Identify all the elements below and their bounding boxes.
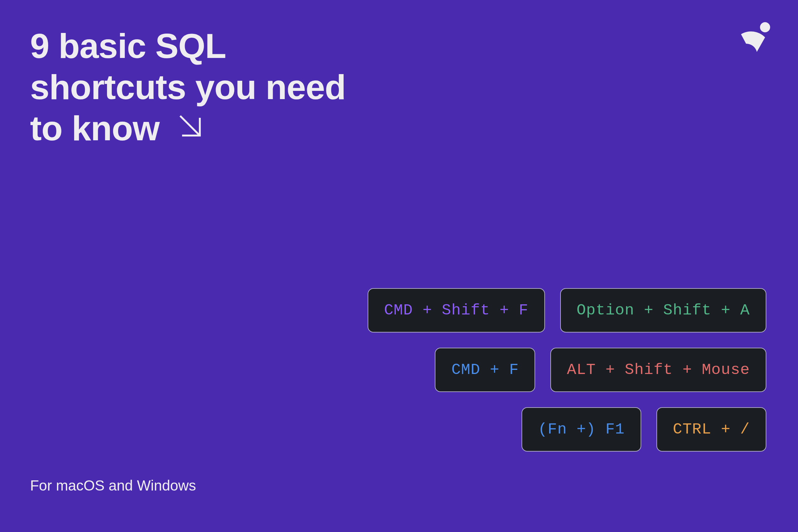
shortcut-row-2: CMD + F ALT + Shift + Mouse [435, 348, 766, 392]
shortcut-chip-alt-shift-mouse: ALT + Shift + Mouse [550, 348, 766, 392]
shortcuts-grid: CMD + Shift + F Option + Shift + A CMD +… [368, 288, 766, 452]
shortcut-chip-option-shift-a: Option + Shift + A [560, 288, 766, 332]
shortcut-chip-fn-f1: (Fn +) F1 [521, 407, 641, 452]
shortcut-chip-cmd-f: CMD + F [435, 348, 535, 392]
arrow-down-right-icon [176, 108, 205, 149]
title-line-2: shortcuts you need [30, 68, 346, 107]
svg-line-0 [180, 116, 200, 135]
shortcut-row-3: (Fn +) F1 CTRL + / [521, 407, 766, 452]
shortcut-row-1: CMD + Shift + F Option + Shift + A [368, 288, 766, 332]
svg-point-1 [760, 22, 770, 32]
brand-logo-icon [735, 21, 773, 61]
page-title: 9 basic SQL shortcuts you need to know [30, 25, 346, 151]
shortcut-chip-cmd-shift-f: CMD + Shift + F [368, 288, 545, 332]
shortcut-chip-ctrl-slash: CTRL + / [657, 407, 766, 452]
subtitle-text: For macOS and Windows [30, 477, 196, 494]
title-line-1: 9 basic SQL [30, 26, 226, 65]
title-line-3: to know [30, 109, 159, 148]
